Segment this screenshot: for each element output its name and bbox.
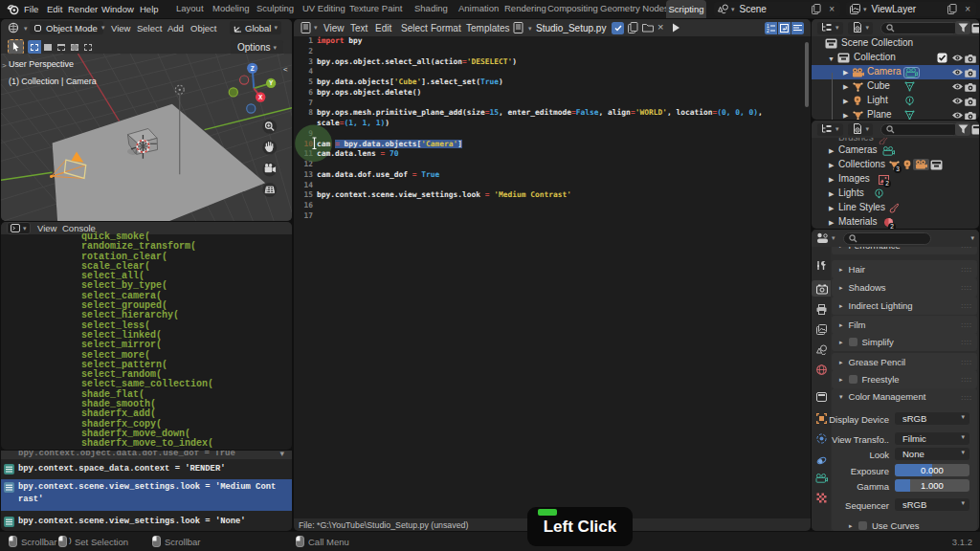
svg-text:Z: Z <box>251 65 255 72</box>
svg-text:>: > <box>2 61 7 70</box>
svg-text:User Perspective: User Perspective <box>9 59 74 69</box>
svg-text:Y: Y <box>269 79 274 86</box>
svg-text:X: X <box>258 94 263 100</box>
svg-text:2: 2 <box>767 28 769 33</box>
svg-text:<: < <box>283 65 288 74</box>
svg-text:(1) Collection | Camera: (1) Collection | Camera <box>9 77 97 86</box>
